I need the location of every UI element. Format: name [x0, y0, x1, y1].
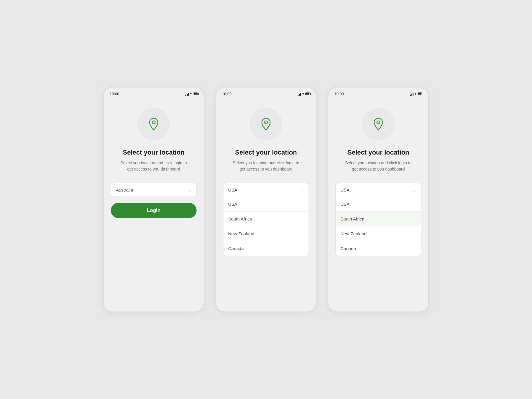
- status-bar-2: 10:00 ▾: [216, 87, 316, 99]
- phone-screen-1: 10:00 ▾ Select your location Select you …: [103, 87, 204, 312]
- svg-point-1: [265, 121, 267, 124]
- location-pin-icon-2: [259, 117, 273, 131]
- dropdown-item-new-zealand-3[interactable]: New Zealand: [336, 226, 421, 241]
- wifi-icon-3: ▾: [415, 92, 416, 96]
- wifi-icon-1: ▾: [190, 92, 192, 96]
- dropdown-item-canada-3[interactable]: Canada: [336, 241, 421, 256]
- dropdown-wrapper-3: USA ⌄ USA South Africa New Zealand Canad…: [335, 183, 421, 197]
- dropdown-value-3: USA: [340, 187, 350, 192]
- dropdown-menu-2: USA South Africa New Zealand Canada: [223, 197, 309, 256]
- status-icons-1: ▾: [185, 92, 198, 96]
- screen-title-2: Select your location: [235, 149, 297, 156]
- screen-title-1: Select your location: [123, 149, 184, 156]
- dropdown-selected-2[interactable]: USA ⌄: [223, 183, 309, 197]
- svg-point-2: [377, 121, 380, 124]
- battery-icon-2: [305, 93, 310, 95]
- dropdown-item-new-zealand-2[interactable]: New Zealand: [223, 226, 309, 241]
- dropdown-menu-3: USA South Africa New Zealand Canada: [335, 197, 421, 256]
- screen-content-3: Select your location Select you location…: [328, 99, 428, 300]
- dropdown-wrapper-2: USA ⌄ USA South Africa New Zealand Canad…: [223, 183, 309, 197]
- phone-screen-2: 10:00 ▾ Select your location Select you …: [216, 87, 316, 312]
- dropdown-item-canada-2[interactable]: Canada: [223, 241, 309, 256]
- battery-icon-3: [418, 93, 422, 95]
- svg-point-0: [152, 121, 155, 124]
- dropdown-item-south-africa-2[interactable]: South Africa: [223, 212, 309, 226]
- screen-title-3: Select your location: [347, 149, 409, 156]
- wifi-icon-2: ▾: [302, 92, 304, 96]
- dropdown-selected-1[interactable]: Australia ⌄: [111, 183, 197, 197]
- status-bar-1: 10:00 ▾: [104, 87, 204, 99]
- dropdown-selected-3[interactable]: USA ⌄: [335, 183, 421, 197]
- phone-screen-3: 10:00 ▾ Select your location Select you …: [328, 87, 429, 312]
- dropdown-wrapper-1: Australia ⌄: [111, 183, 197, 197]
- chevron-down-icon-2: ⌄: [300, 188, 304, 192]
- status-time-2: 10:00: [222, 92, 232, 96]
- screen-subtitle-1: Select you location and click login to g…: [118, 160, 189, 172]
- login-button-1[interactable]: Login: [111, 203, 197, 218]
- dropdown-item-usa-3[interactable]: USA: [336, 197, 421, 212]
- location-pin-icon-3: [371, 117, 385, 131]
- dropdown-item-usa-2[interactable]: USA: [223, 197, 309, 212]
- dropdown-item-south-africa-3[interactable]: South Africa: [336, 212, 421, 226]
- status-time-3: 10:00: [334, 92, 344, 96]
- status-bar-3: 10:00 ▾: [328, 87, 428, 99]
- signal-icon-3: [410, 92, 413, 96]
- location-pin-icon-1: [147, 117, 161, 131]
- screen-content-2: Select your location Select you location…: [216, 99, 316, 300]
- chevron-down-icon-1: ⌄: [188, 188, 192, 192]
- screen-subtitle-3: Select you location and click login to g…: [343, 160, 414, 172]
- status-time-1: 10:00: [110, 92, 119, 96]
- screen-subtitle-2: Select you location and click login to g…: [231, 160, 301, 172]
- battery-icon-1: [193, 93, 198, 95]
- screen-content-1: Select your location Select you location…: [104, 99, 204, 300]
- dropdown-value-1: Australia: [116, 187, 133, 192]
- location-icon-bg-1: [137, 108, 170, 140]
- status-icons-2: ▾: [298, 92, 310, 96]
- location-icon-bg-2: [250, 108, 282, 140]
- dropdown-value-2: USA: [228, 187, 237, 192]
- signal-icon-2: [298, 92, 301, 96]
- signal-icon-1: [185, 92, 189, 96]
- chevron-down-icon-3: ⌄: [413, 188, 416, 192]
- status-icons-3: ▾: [410, 92, 422, 96]
- location-icon-bg-3: [362, 108, 395, 140]
